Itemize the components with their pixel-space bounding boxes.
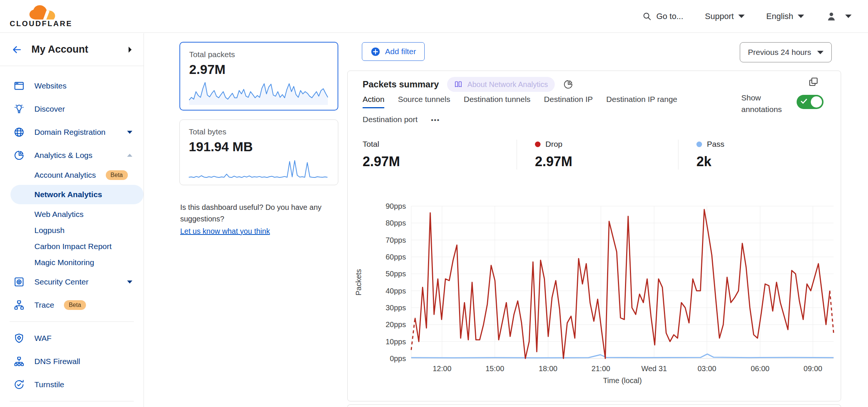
sidebar-item-label: WAF	[34, 334, 132, 343]
time-range-label: Previous 24 hours	[748, 48, 811, 57]
cloudflare-cloud-icon	[26, 4, 62, 21]
sidebar-item-label: DNS Firewall	[34, 357, 132, 366]
stat-total: Total2.97M	[363, 140, 517, 170]
chevron-down-icon	[798, 14, 804, 18]
sidebar-item-magic-monitoring[interactable]: Magic Monitoring	[0, 254, 144, 270]
chevron-right-icon[interactable]	[128, 47, 132, 53]
show-annotations-toggle[interactable]	[797, 95, 824, 109]
svg-text:70pps: 70pps	[386, 236, 406, 244]
safe-icon	[13, 276, 25, 288]
next-panel-preview	[347, 404, 841, 407]
sidebar-item-analytics-logs[interactable]: Analytics & Logs	[0, 144, 144, 167]
add-filter-button[interactable]: Add filter	[362, 42, 425, 61]
support-menu[interactable]: Support	[705, 12, 745, 21]
feedback-link[interactable]: Let us know what you think	[180, 226, 270, 237]
sidebar-item-label: Turnstile	[34, 380, 132, 389]
sidebar-item-label: Trace	[34, 301, 54, 310]
sidebar-item-carbon-impact-report[interactable]: Carbon Impact Report	[0, 238, 144, 254]
sidebar-item-security-center[interactable]: Security Center	[0, 270, 144, 293]
svg-text:06:00: 06:00	[751, 364, 769, 373]
sidebar-item-turnstile[interactable]: Turnstile	[0, 373, 144, 396]
panel-title: Packets summary	[363, 79, 439, 90]
feedback-block: Is this dashboard useful? Do you have an…	[180, 202, 343, 237]
svg-text:30pps: 30pps	[386, 304, 406, 312]
svg-text:Packets: Packets	[354, 269, 363, 295]
sidebar-item-domain-registration[interactable]: Domain Registration	[0, 121, 144, 144]
sidebar-item-dns-firewall[interactable]: DNS Firewall	[0, 350, 144, 373]
shield-icon	[13, 333, 25, 344]
svg-text:12:00: 12:00	[433, 364, 451, 373]
about-network-analytics-badge[interactable]: About Network Analytics	[447, 77, 555, 92]
svg-text:18:00: 18:00	[539, 364, 557, 373]
back-arrow-icon[interactable]	[11, 44, 22, 55]
user-menu[interactable]	[826, 11, 852, 22]
tab-destination-ip-range[interactable]: Destination IP range	[606, 95, 677, 108]
svg-text:60pps: 60pps	[386, 253, 406, 261]
sidebar-item-label: Discover	[34, 105, 132, 114]
legend-dot	[696, 142, 702, 147]
tabs-overflow-icon[interactable]: •••	[431, 116, 440, 128]
language-menu[interactable]: English	[766, 12, 804, 21]
globe-icon	[13, 127, 25, 138]
chevron-down-icon	[127, 130, 132, 134]
bulb-icon	[13, 103, 25, 115]
refresh-check-icon	[13, 379, 25, 390]
show-annotations-label: Show annotations	[741, 92, 785, 115]
sidebar-item-websites[interactable]: Websites	[0, 74, 144, 97]
total-bytes-card[interactable]: Total bytes 191.94 MB	[179, 119, 338, 185]
summary-stats: Total2.97MDrop2.97MPass2k	[363, 140, 826, 170]
sidebar-divider	[10, 321, 134, 322]
sidebar-item-trace[interactable]: TraceBeta	[0, 293, 144, 317]
tab-destination-tunnels[interactable]: Destination tunnels	[464, 95, 530, 108]
packets-sparkline	[188, 81, 329, 105]
svg-text:21:00: 21:00	[591, 364, 610, 373]
plus-circle-icon	[370, 47, 381, 57]
account-header: My Account	[0, 33, 144, 66]
svg-text:80pps: 80pps	[386, 219, 406, 227]
goto-search[interactable]: Go to...	[642, 12, 683, 21]
dimension-tabs: ActionSource tunnelsDestination tunnelsD…	[363, 95, 740, 128]
stat-value: 2.97M	[363, 154, 517, 170]
bytes-sparkline	[188, 159, 328, 180]
sidebar-item-label: Analytics & Logs	[34, 151, 117, 160]
top-header: CLOUDFLARE Go to... Support English	[0, 0, 868, 33]
total-packets-value: 2.97M	[189, 62, 329, 77]
svg-text:20pps: 20pps	[386, 320, 406, 329]
language-label: English	[766, 12, 793, 21]
stat-label: Drop	[535, 140, 678, 149]
svg-text:10pps: 10pps	[386, 338, 406, 346]
total-packets-title: Total packets	[189, 50, 329, 59]
total-packets-card[interactable]: Total packets 2.97M	[179, 42, 338, 111]
legend-dot	[535, 142, 541, 147]
total-bytes-title: Total bytes	[189, 127, 329, 136]
sidebar-item-web-analytics[interactable]: Web Analytics	[0, 206, 144, 222]
packets-chart[interactable]: 0pps10pps20pps30pps40pps50pps60pps70pps8…	[351, 201, 837, 389]
sidebar-item-logpush[interactable]: Logpush	[0, 222, 144, 238]
time-range-button[interactable]: Previous 24 hours	[740, 42, 832, 62]
tab-destination-ip[interactable]: Destination IP	[544, 95, 593, 108]
feedback-text: Is this dashboard useful? Do you have an…	[180, 203, 321, 223]
sidebar-item-discover[interactable]: Discover	[0, 97, 144, 121]
svg-text:40pps: 40pps	[386, 287, 406, 295]
browser-icon	[13, 80, 25, 91]
stat-label: Pass	[696, 140, 724, 149]
tab-destination-port[interactable]: Destination port	[363, 115, 418, 128]
data-source-pie-icon[interactable]	[563, 79, 573, 90]
account-title[interactable]: My Account	[31, 44, 119, 55]
cloudflare-logo[interactable]: CLOUDFLARE	[10, 4, 73, 28]
packets-summary-panel: Packets summary About Network Analytics	[347, 71, 841, 401]
expand-panel-icon[interactable]	[808, 76, 819, 87]
sidebar-item-label: Security Center	[34, 277, 117, 286]
sidebar-item-waf[interactable]: WAF	[0, 327, 144, 350]
sidebar-item-account-analytics[interactable]: Account AnalyticsBeta	[0, 167, 144, 183]
sidebar-item-network-analytics[interactable]: Network Analytics	[10, 185, 144, 204]
about-badge-label: About Network Analytics	[467, 80, 548, 89]
hierarchy-icon	[13, 356, 25, 367]
chevron-down-icon	[738, 14, 745, 18]
sidebar-item-label: Network Analytics	[34, 190, 132, 199]
sidebar: My Account WebsitesDiscoverDomain Regist…	[0, 33, 144, 407]
sidebar-item-label: Account Analytics	[34, 171, 96, 180]
stat-label: Total	[363, 140, 517, 149]
tab-action[interactable]: Action	[363, 95, 384, 108]
tab-source-tunnels[interactable]: Source tunnels	[398, 95, 450, 108]
